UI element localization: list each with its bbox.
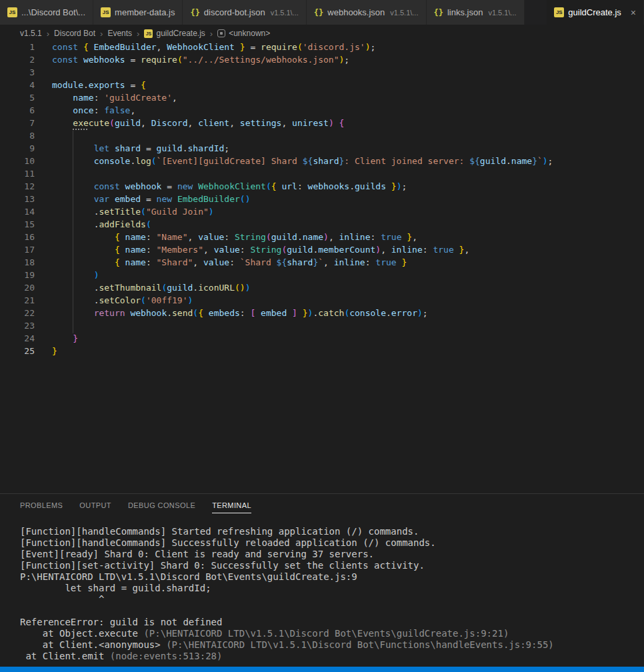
code-line[interactable]: 1const { EmbedBuilder, WebhookClient } =…: [0, 42, 644, 55]
line-number[interactable]: 10: [0, 156, 35, 169]
code-token: {: [271, 181, 277, 191]
code-token: :: [224, 232, 235, 242]
code-line[interactable]: 5 name: 'guildCreate',: [0, 93, 644, 105]
line-number[interactable]: 21: [0, 295, 35, 308]
tab-discord-bot.json[interactable]: {}discord-bot.jsonv1.5.1\...: [183, 0, 306, 25]
line-number[interactable]: 18: [0, 257, 35, 270]
code-line[interactable]: 16 { name: "Name", value: String(guild.n…: [0, 232, 644, 245]
line-number[interactable]: 24: [0, 333, 35, 346]
line-number[interactable]: 25: [0, 346, 35, 359]
tab-label: ...\Discord Bot\...: [21, 7, 85, 17]
code-token: name: [73, 93, 93, 103]
tab-member-data.js[interactable]: JSmember-data.js: [93, 0, 183, 25]
line-number[interactable]: 7: [0, 118, 35, 131]
code-token: Discord: [151, 118, 188, 128]
line-number[interactable]: 5: [0, 93, 35, 105]
code-line[interactable]: 20 .setThumbnail(guild.iconURL()): [0, 283, 644, 295]
code-text: [35, 67, 57, 80]
code-token: true: [375, 257, 396, 267]
code-token: [52, 93, 73, 103]
code-line[interactable]: 14 .setTitle("Guild Join"): [0, 207, 644, 219]
line-number[interactable]: 2: [0, 55, 35, 67]
code-line[interactable]: 18 { name: "Shard", value: `Shard ${shar…: [0, 257, 644, 270]
code-line[interactable]: 15 .addFields(: [0, 219, 644, 232]
code-line[interactable]: 4module.exports = {: [0, 80, 644, 93]
line-number[interactable]: 13: [0, 194, 35, 207]
editor[interactable]: 1const { EmbedBuilder, WebhookClient } =…: [0, 42, 644, 493]
close-icon[interactable]: ×: [631, 8, 636, 17]
code-line[interactable]: 13 var embed = new EmbedBuilder(): [0, 194, 644, 207]
line-number[interactable]: 22: [0, 308, 35, 321]
code-line[interactable]: 12 const webhook = new WebhookClient({ u…: [0, 181, 644, 194]
code-token: value: [214, 245, 240, 255]
code-line[interactable]: 17 { name: "Members", value: String(guil…: [0, 245, 644, 257]
line-number[interactable]: 16: [0, 232, 35, 245]
line-number[interactable]: 11: [0, 169, 35, 181]
terminal-output[interactable]: [Function][handleCommands] Started refre…: [0, 517, 644, 662]
line-number[interactable]: 19: [0, 270, 35, 283]
terminal-line: at Client.<anonymous> (P:\HENTAICORD LTD…: [20, 639, 644, 651]
breadcrumb-item[interactable]: v1.5.1: [20, 29, 42, 38]
code-line[interactable]: 21 .setColor('00ff19'): [0, 295, 644, 308]
panel-tab-output[interactable]: OUTPUT: [79, 498, 111, 513]
code-line[interactable]: 7 execute(guild, Discord, client, settin…: [0, 118, 644, 131]
breadcrumb-item[interactable]: Events: [107, 29, 132, 38]
code-line[interactable]: 3: [0, 67, 644, 80]
panel-tab-problems[interactable]: PROBLEMS: [20, 498, 63, 513]
code-token: false: [104, 105, 130, 115]
tab-links.json[interactable]: {}links.jsonv1.5.1\...: [427, 0, 525, 25]
code-line[interactable]: 22 return webhook.send({ embeds: [ embed…: [0, 308, 644, 321]
tab-guildcreate.js[interactable]: JSguildCreate.js×: [547, 0, 644, 25]
line-number[interactable]: 15: [0, 219, 35, 232]
code-token: ,: [229, 118, 240, 128]
panel-tab-debug-console[interactable]: DEBUG CONSOLE: [128, 498, 195, 513]
code-line[interactable]: 24 }: [0, 333, 644, 346]
code-token: ): [375, 245, 381, 255]
line-number[interactable]: 1: [0, 42, 35, 55]
terminal-text: [Function][handleCommands] Successfully …: [20, 537, 436, 548]
code-line[interactable]: 11: [0, 169, 644, 181]
code-token: guild: [167, 283, 193, 293]
breadcrumb-item[interactable]: JSguildCreate.js: [144, 29, 205, 38]
code-token: }: [52, 346, 57, 356]
code-line[interactable]: 6 once: false,: [0, 105, 644, 118]
code-token: setThumbnail: [99, 283, 161, 293]
code-token: ,: [412, 232, 417, 242]
code-line[interactable]: 8: [0, 131, 644, 143]
breadcrumb-item[interactable]: Discord Bot: [54, 29, 95, 38]
code-token: (: [297, 42, 303, 52]
code-line[interactable]: 10 console.log(`[Event][guildCreate] Sha…: [0, 156, 644, 169]
line-number[interactable]: 6: [0, 105, 35, 118]
code-text: var embed = new EmbedBuilder(): [35, 194, 250, 207]
tab-...-discord-bot-...[interactable]: JS...\Discord Bot\...: [0, 0, 93, 25]
code-line[interactable]: 9 let shard = guild.shardId;: [0, 143, 644, 156]
code-token: require: [261, 42, 297, 52]
code-token: inline: [334, 257, 365, 267]
line-number[interactable]: 23: [0, 321, 35, 333]
code-line[interactable]: 25}: [0, 346, 644, 359]
tab-webhooks.json[interactable]: {}webhooks.jsonv1.5.1\...: [307, 0, 427, 25]
line-number[interactable]: 3: [0, 67, 35, 80]
breadcrumb-item[interactable]: <unknown>: [217, 29, 270, 38]
line-number[interactable]: 12: [0, 181, 35, 194]
line-number[interactable]: 20: [0, 283, 35, 295]
line-number[interactable]: 4: [0, 80, 35, 93]
code-line[interactable]: 23: [0, 321, 644, 333]
code-token: .: [83, 80, 89, 90]
line-number[interactable]: 14: [0, 207, 35, 219]
line-number[interactable]: 9: [0, 143, 35, 156]
code-token: WebhookClient: [167, 42, 240, 52]
code-token: shard: [313, 156, 339, 166]
code-line[interactable]: 19 ): [0, 270, 644, 283]
terminal-text: [Function][handleCommands] Started refre…: [20, 526, 419, 537]
line-number[interactable]: 8: [0, 131, 35, 143]
breadcrumb-label: <unknown>: [229, 29, 270, 38]
code-text: const { EmbedBuilder, WebhookClient } = …: [35, 42, 375, 55]
code-line[interactable]: 2const webhooks = require("../../Setting…: [0, 55, 644, 67]
terminal-line: [20, 605, 644, 617]
code-token: ;: [423, 308, 428, 318]
code-token: once: [73, 105, 93, 115]
line-number[interactable]: 17: [0, 245, 35, 257]
panel-tab-terminal[interactable]: TERMINAL: [212, 498, 251, 513]
code-token: [52, 105, 73, 115]
